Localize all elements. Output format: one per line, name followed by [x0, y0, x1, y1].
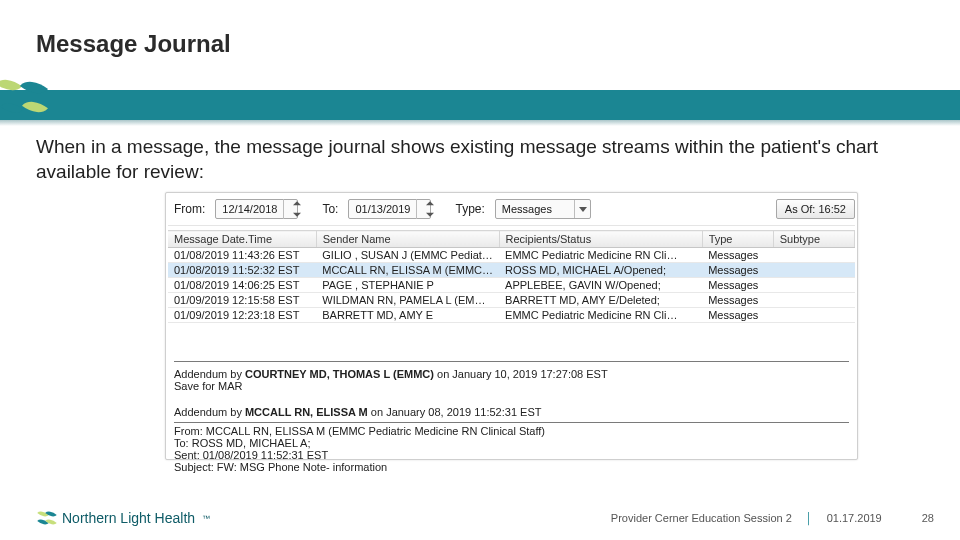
as-of-button[interactable]: As Of: 16:52	[776, 199, 855, 219]
message-journal-screenshot: From: 12/14/2018 To: 01/13/2019 Type: Me…	[165, 192, 858, 460]
brand-name: Northern Light Health	[62, 510, 195, 526]
from-date-value: 12/14/2018	[216, 203, 283, 215]
message-detail-pane: Addendum by COURTNEY MD, THOMAS L (EMMC)…	[168, 355, 855, 477]
detail-sent: Sent: 01/08/2019 11:52:31 EST	[174, 449, 849, 461]
footer-page-number: 28	[922, 512, 934, 524]
from-label: From:	[174, 202, 205, 216]
to-label: To:	[322, 202, 338, 216]
detail-from: From: MCCALL RN, ELISSA M (EMMC Pediatri…	[174, 425, 849, 437]
addendum-body: Save for MAR	[174, 380, 849, 392]
title-banner	[0, 90, 960, 120]
table-row[interactable]: 01/08/2019 11:43:26 EST GILIO , SUSAN J …	[168, 248, 855, 263]
detail-subject: Subject: FW: MSG Phone Note- information	[174, 461, 849, 473]
filter-bar: From: 12/14/2018 To: 01/13/2019 Type: Me…	[168, 195, 855, 226]
slide-description: When in a message, the message journal s…	[36, 135, 924, 184]
chevron-down-icon	[574, 200, 590, 218]
col-sender[interactable]: Sender Name	[316, 231, 499, 248]
table-row[interactable]: 01/08/2019 14:06:25 EST PAGE , STEPHANIE…	[168, 278, 855, 293]
brand-logo: Northern Light Health™	[36, 508, 210, 528]
to-date-field[interactable]: 01/13/2019	[348, 199, 431, 219]
table-row[interactable]: 01/09/2019 12:15:58 EST WILDMAN RN, PAME…	[168, 293, 855, 308]
footer-session: Provider Cerner Education Session 2	[611, 512, 792, 524]
slide-footer: Northern Light Health™ Provider Cerner E…	[0, 506, 960, 530]
type-select-value: Messages	[496, 203, 574, 215]
to-date-value: 01/13/2019	[349, 203, 416, 215]
addendum-header: Addendum by COURTNEY MD, THOMAS L (EMMC)…	[174, 368, 849, 380]
message-table: Message Date.Time Sender Name Recipients…	[168, 230, 855, 323]
table-header-row: Message Date.Time Sender Name Recipients…	[168, 231, 855, 248]
col-type[interactable]: Type	[702, 231, 773, 248]
to-date-stepper[interactable]	[416, 199, 430, 219]
from-date-field[interactable]: 12/14/2018	[215, 199, 298, 219]
leaf-logo-icon	[36, 508, 56, 528]
slide-title: Message Journal	[36, 30, 231, 58]
footer-date: 01.17.2019	[827, 512, 882, 524]
type-label: Type:	[455, 202, 484, 216]
from-date-stepper[interactable]	[283, 199, 297, 219]
decorative-leaves	[0, 78, 58, 132]
table-row[interactable]: 01/09/2019 12:23:18 EST BARRETT MD, AMY …	[168, 308, 855, 323]
table-row[interactable]: 01/08/2019 11:52:32 EST MCCALL RN, ELISS…	[168, 263, 855, 278]
col-subtype[interactable]: Subtype	[773, 231, 854, 248]
detail-to: To: ROSS MD, MICHAEL A;	[174, 437, 849, 449]
type-select[interactable]: Messages	[495, 199, 591, 219]
col-recipients[interactable]: Recipients/Status	[499, 231, 702, 248]
col-datetime[interactable]: Message Date.Time	[168, 231, 316, 248]
addendum-header: Addendum by MCCALL RN, ELISSA M on Janua…	[174, 406, 849, 418]
footer-separator: │	[802, 512, 817, 524]
